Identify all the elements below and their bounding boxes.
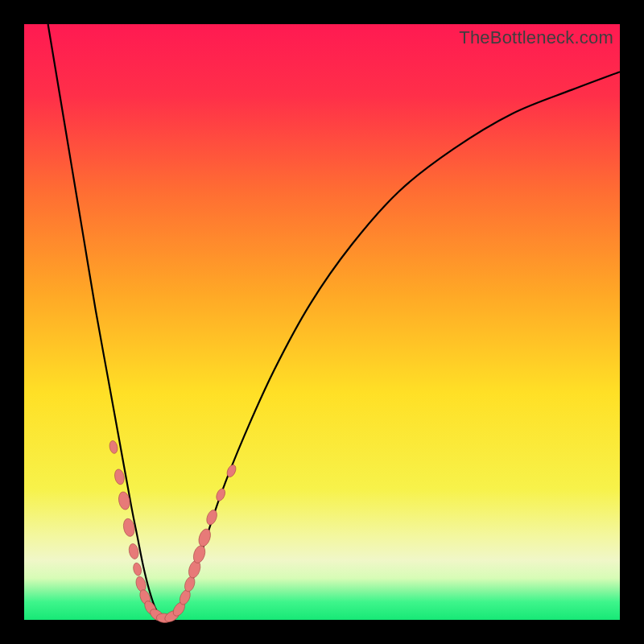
bead-point — [128, 543, 140, 559]
bead-point — [114, 469, 126, 485]
bead-point — [204, 509, 218, 526]
plot-area: TheBottleneck.com — [24, 24, 620, 620]
bead-cluster — [109, 440, 237, 625]
bead-point — [109, 440, 118, 455]
outer-frame: TheBottleneck.com — [0, 0, 644, 644]
bead-point — [196, 527, 213, 547]
chart-svg — [24, 24, 620, 620]
bead-point — [215, 487, 227, 502]
bead-point — [132, 562, 142, 576]
